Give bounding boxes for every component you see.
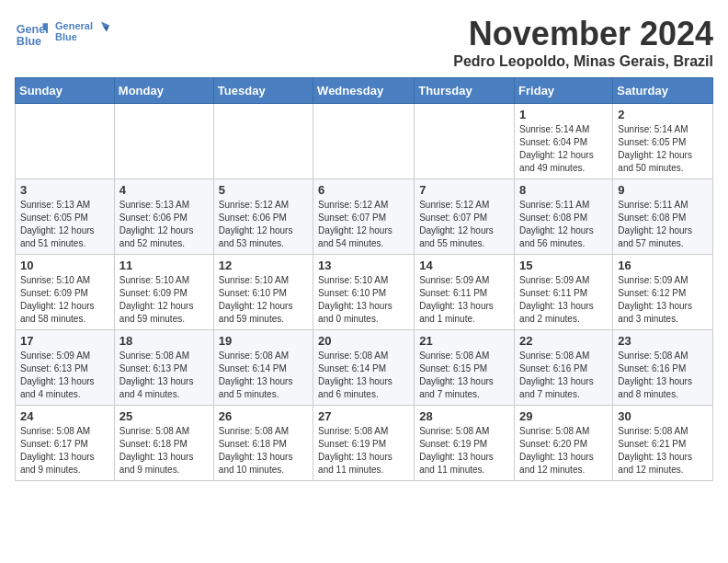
day-number: 17 xyxy=(20,334,109,348)
calendar-cell: 29Sunrise: 5:08 AM Sunset: 6:20 PM Dayli… xyxy=(515,406,613,481)
day-info: Sunrise: 5:12 AM Sunset: 6:07 PM Dayligh… xyxy=(318,199,409,250)
day-info: Sunrise: 5:09 AM Sunset: 6:11 PM Dayligh… xyxy=(519,274,608,326)
calendar-cell: 2Sunrise: 5:14 AM Sunset: 6:05 PM Daylig… xyxy=(613,104,713,179)
calendar-cell xyxy=(114,104,213,179)
calendar-cell: 18Sunrise: 5:08 AM Sunset: 6:13 PM Dayli… xyxy=(114,330,213,406)
day-of-week-header: Sunday xyxy=(16,78,115,104)
calendar-cell xyxy=(213,104,313,179)
calendar-cell xyxy=(16,104,115,179)
day-number: 20 xyxy=(318,334,409,348)
calendar-cell: 17Sunrise: 5:09 AM Sunset: 6:13 PM Dayli… xyxy=(16,330,115,406)
calendar-week-row: 1Sunrise: 5:14 AM Sunset: 6:04 PM Daylig… xyxy=(16,104,713,179)
day-number: 21 xyxy=(419,334,509,348)
calendar-cell: 13Sunrise: 5:10 AM Sunset: 6:10 PM Dayli… xyxy=(313,255,415,330)
day-info: Sunrise: 5:08 AM Sunset: 6:17 PM Dayligh… xyxy=(20,425,109,477)
calendar: SundayMondayTuesdayWednesdayThursdayFrid… xyxy=(15,77,713,481)
day-number: 4 xyxy=(119,183,209,197)
day-info: Sunrise: 5:11 AM Sunset: 6:08 PM Dayligh… xyxy=(618,199,708,250)
day-info: Sunrise: 5:09 AM Sunset: 6:12 PM Dayligh… xyxy=(618,274,708,326)
calendar-cell: 11Sunrise: 5:10 AM Sunset: 6:09 PM Dayli… xyxy=(114,255,213,330)
calendar-cell: 22Sunrise: 5:08 AM Sunset: 6:16 PM Dayli… xyxy=(515,330,613,406)
calendar-cell: 19Sunrise: 5:08 AM Sunset: 6:14 PM Dayli… xyxy=(213,330,313,406)
calendar-cell: 3Sunrise: 5:13 AM Sunset: 6:05 PM Daylig… xyxy=(16,179,115,255)
svg-text:Blue: Blue xyxy=(55,31,77,42)
logo-bird-icon: General Blue xyxy=(55,15,110,52)
day-number: 27 xyxy=(318,409,409,423)
calendar-week-row: 10Sunrise: 5:10 AM Sunset: 6:09 PM Dayli… xyxy=(16,255,713,330)
title-area: November 2024 Pedro Leopoldo, Minas Gera… xyxy=(453,15,713,70)
logo: General Blue General Blue xyxy=(15,15,110,52)
day-number: 24 xyxy=(20,409,109,423)
day-number: 26 xyxy=(219,409,308,423)
day-info: Sunrise: 5:14 AM Sunset: 6:05 PM Dayligh… xyxy=(618,123,708,175)
day-info: Sunrise: 5:09 AM Sunset: 6:13 PM Dayligh… xyxy=(20,350,109,401)
day-info: Sunrise: 5:10 AM Sunset: 6:10 PM Dayligh… xyxy=(318,274,409,326)
month-title: November 2024 xyxy=(453,15,713,53)
day-number: 9 xyxy=(618,183,708,197)
calendar-week-row: 3Sunrise: 5:13 AM Sunset: 6:05 PM Daylig… xyxy=(16,179,713,255)
day-of-week-header: Wednesday xyxy=(313,78,415,104)
calendar-cell: 10Sunrise: 5:10 AM Sunset: 6:09 PM Dayli… xyxy=(16,255,115,330)
svg-text:Blue: Blue xyxy=(17,35,41,48)
day-number: 8 xyxy=(519,183,608,197)
day-info: Sunrise: 5:12 AM Sunset: 6:07 PM Dayligh… xyxy=(419,199,509,250)
calendar-cell: 14Sunrise: 5:09 AM Sunset: 6:11 PM Dayli… xyxy=(415,255,515,330)
day-number: 19 xyxy=(219,334,308,348)
day-info: Sunrise: 5:08 AM Sunset: 6:19 PM Dayligh… xyxy=(318,425,409,477)
day-number: 18 xyxy=(119,334,209,348)
day-number: 2 xyxy=(618,108,708,121)
calendar-cell: 21Sunrise: 5:08 AM Sunset: 6:15 PM Dayli… xyxy=(415,330,515,406)
calendar-cell: 30Sunrise: 5:08 AM Sunset: 6:21 PM Dayli… xyxy=(613,406,713,481)
day-info: Sunrise: 5:09 AM Sunset: 6:11 PM Dayligh… xyxy=(419,274,509,326)
day-info: Sunrise: 5:11 AM Sunset: 6:08 PM Dayligh… xyxy=(519,199,608,250)
calendar-cell: 9Sunrise: 5:11 AM Sunset: 6:08 PM Daylig… xyxy=(613,179,713,255)
day-number: 29 xyxy=(519,409,608,423)
calendar-week-row: 24Sunrise: 5:08 AM Sunset: 6:17 PM Dayli… xyxy=(16,406,713,481)
day-number: 23 xyxy=(618,334,708,348)
day-info: Sunrise: 5:13 AM Sunset: 6:06 PM Dayligh… xyxy=(119,199,209,250)
calendar-cell: 26Sunrise: 5:08 AM Sunset: 6:18 PM Dayli… xyxy=(213,406,313,481)
day-of-week-header: Friday xyxy=(515,78,613,104)
day-info: Sunrise: 5:08 AM Sunset: 6:16 PM Dayligh… xyxy=(618,350,708,401)
day-info: Sunrise: 5:10 AM Sunset: 6:09 PM Dayligh… xyxy=(20,274,109,326)
logo-icon: General Blue xyxy=(15,17,48,50)
header: General Blue General Blue November 2024 … xyxy=(15,15,713,70)
calendar-cell xyxy=(313,104,415,179)
day-number: 7 xyxy=(419,183,509,197)
day-number: 12 xyxy=(219,259,308,272)
day-number: 25 xyxy=(119,409,209,423)
day-info: Sunrise: 5:08 AM Sunset: 6:21 PM Dayligh… xyxy=(618,425,708,477)
day-number: 1 xyxy=(519,108,608,121)
day-info: Sunrise: 5:14 AM Sunset: 6:04 PM Dayligh… xyxy=(519,123,608,175)
day-number: 11 xyxy=(119,259,209,272)
day-number: 6 xyxy=(318,183,409,197)
day-info: Sunrise: 5:08 AM Sunset: 6:14 PM Dayligh… xyxy=(219,350,308,401)
day-info: Sunrise: 5:10 AM Sunset: 6:09 PM Dayligh… xyxy=(119,274,209,326)
day-number: 28 xyxy=(419,409,509,423)
day-info: Sunrise: 5:12 AM Sunset: 6:06 PM Dayligh… xyxy=(219,199,308,250)
day-info: Sunrise: 5:08 AM Sunset: 6:18 PM Dayligh… xyxy=(219,425,308,477)
calendar-cell xyxy=(415,104,515,179)
day-number: 3 xyxy=(20,183,109,197)
day-info: Sunrise: 5:08 AM Sunset: 6:14 PM Dayligh… xyxy=(318,350,409,401)
location-title: Pedro Leopoldo, Minas Gerais, Brazil xyxy=(453,53,713,70)
calendar-cell: 24Sunrise: 5:08 AM Sunset: 6:17 PM Dayli… xyxy=(16,406,115,481)
day-of-week-header: Tuesday xyxy=(213,78,313,104)
day-info: Sunrise: 5:10 AM Sunset: 6:10 PM Dayligh… xyxy=(219,274,308,326)
day-of-week-header: Monday xyxy=(114,78,213,104)
calendar-cell: 16Sunrise: 5:09 AM Sunset: 6:12 PM Dayli… xyxy=(613,255,713,330)
calendar-cell: 1Sunrise: 5:14 AM Sunset: 6:04 PM Daylig… xyxy=(515,104,613,179)
day-info: Sunrise: 5:08 AM Sunset: 6:19 PM Dayligh… xyxy=(419,425,509,477)
calendar-cell: 7Sunrise: 5:12 AM Sunset: 6:07 PM Daylig… xyxy=(415,179,515,255)
calendar-cell: 6Sunrise: 5:12 AM Sunset: 6:07 PM Daylig… xyxy=(313,179,415,255)
day-info: Sunrise: 5:08 AM Sunset: 6:15 PM Dayligh… xyxy=(419,350,509,401)
day-info: Sunrise: 5:13 AM Sunset: 6:05 PM Dayligh… xyxy=(20,199,109,250)
calendar-week-row: 17Sunrise: 5:09 AM Sunset: 6:13 PM Dayli… xyxy=(16,330,713,406)
calendar-cell: 25Sunrise: 5:08 AM Sunset: 6:18 PM Dayli… xyxy=(114,406,213,481)
day-of-week-header: Thursday xyxy=(415,78,515,104)
calendar-cell: 23Sunrise: 5:08 AM Sunset: 6:16 PM Dayli… xyxy=(613,330,713,406)
calendar-cell: 12Sunrise: 5:10 AM Sunset: 6:10 PM Dayli… xyxy=(213,255,313,330)
calendar-cell: 5Sunrise: 5:12 AM Sunset: 6:06 PM Daylig… xyxy=(213,179,313,255)
day-of-week-header: Saturday xyxy=(613,78,713,104)
day-number: 5 xyxy=(219,183,308,197)
